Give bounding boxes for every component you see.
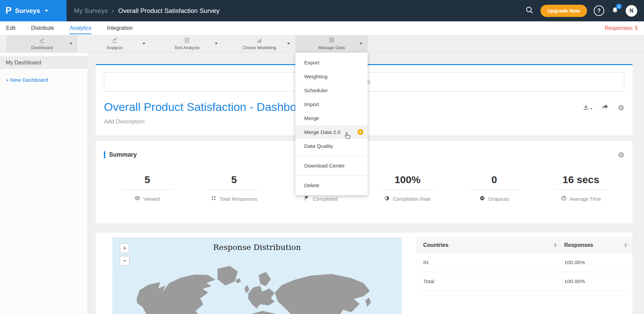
download-icon <box>582 103 590 112</box>
responses-count: Responses: 5 <box>605 25 638 31</box>
survey-nav-row: Edit Distribute Analytics Integration Re… <box>0 21 644 35</box>
text-report-icon <box>183 37 191 44</box>
tab-distribute[interactable]: Distribute <box>31 22 54 34</box>
table-row: IN 100.00% <box>416 253 632 272</box>
analytics-toolbar: Dashboard Analysis Text Analysis Choice … <box>0 35 644 53</box>
summary-accent-bar <box>104 151 105 158</box>
upgrade-now-button[interactable]: Upgrade Now <box>540 5 587 17</box>
divider <box>467 190 521 190</box>
tab-integration[interactable]: Integration <box>107 22 133 34</box>
brand-label: Surveys <box>15 7 40 15</box>
toolbar-choice-modelling[interactable]: Choice Modelling <box>223 35 295 52</box>
toolbar-label: Dashboard <box>31 45 53 50</box>
divider <box>295 156 368 156</box>
divider <box>381 190 434 190</box>
menu-item-delete[interactable]: Delete <box>295 178 368 192</box>
menu-item-export[interactable]: Export <box>295 56 368 70</box>
table-header-row: Countries Responses <box>416 237 632 253</box>
stat-completion-rate: 100% Completion Rate <box>364 174 451 202</box>
tab-analytics[interactable]: Analytics <box>70 22 91 34</box>
summary-title: Summary <box>109 151 137 158</box>
responses-cell: 100.00% <box>564 259 627 266</box>
toolbar-label: Manage Data <box>318 45 345 50</box>
manage-data-menu: Export Weighting Scheduler Import Merge … <box>295 53 368 195</box>
bar-chart-icon <box>256 37 263 44</box>
chevron-down-icon <box>590 108 592 110</box>
menu-item-weighting[interactable]: Weighting <box>295 70 368 83</box>
stat-viewed: 5 Viewed <box>104 174 191 202</box>
tab-edit[interactable]: Edit <box>6 22 16 34</box>
stat-value: 16 secs <box>538 174 625 187</box>
chevron-down-icon <box>70 43 72 44</box>
menu-item-data-quality[interactable]: Data Quality <box>295 139 368 153</box>
stat-average-time: 16 secs Average Time <box>538 174 625 202</box>
analysis-chart-icon <box>111 37 118 44</box>
sort-icon[interactable] <box>624 243 627 247</box>
divider <box>554 190 608 190</box>
notification-count-badge: 2 <box>616 4 622 9</box>
breadcrumb-separator: › <box>112 7 114 15</box>
notifications-button[interactable]: 2 <box>611 6 619 15</box>
chevron-down-icon <box>45 10 48 12</box>
sidebar-item-my-dashboard[interactable]: My Dashboard <box>0 56 88 69</box>
sort-icon[interactable] <box>554 243 557 247</box>
menu-item-scheduler[interactable]: Scheduler <box>295 83 368 97</box>
stat-label: Total Responses <box>220 196 257 202</box>
product-switcher[interactable]: P Surveys <box>0 0 67 21</box>
divider <box>207 190 261 190</box>
stat-label: Completed <box>313 196 337 202</box>
dashboard-header-actions: ⚙ <box>582 103 624 112</box>
clock-icon <box>561 195 567 202</box>
chevron-down-icon <box>215 43 218 44</box>
column-header-countries[interactable]: Countries <box>423 242 448 248</box>
toolbar-label: Text Analysis <box>174 45 200 50</box>
menu-item-download-center[interactable]: Download Center <box>295 159 368 173</box>
eye-icon <box>134 195 140 202</box>
toolbar-analysis[interactable]: Analysis <box>78 35 151 52</box>
toolbar-label: Choice Modelling <box>242 45 276 50</box>
gear-icon[interactable]: ⚙ <box>618 151 624 158</box>
toolbar-manage-data[interactable]: Manage Data <box>295 35 368 52</box>
stat-value: 5 <box>191 174 278 187</box>
world-map-panel[interactable]: + − Response Distribution <box>112 237 402 314</box>
stat-total-responses: 5 Total Responses <box>191 174 278 202</box>
breadcrumb-current-survey: Overall Product Satisfaction Survey <box>118 7 220 15</box>
gear-icon[interactable]: ⚙ <box>618 104 624 111</box>
dashboards-sidebar: My Dashboard + New Dashboard <box>0 53 88 314</box>
countries-table: Countries Responses IN 100.00% Total <box>416 237 632 314</box>
download-button[interactable] <box>582 103 592 112</box>
premium-badge-icon <box>357 129 364 135</box>
stat-label: Completion Rate <box>393 196 431 202</box>
menu-item-merge-data-2[interactable]: Merge Data 2.0 <box>295 125 368 139</box>
minus-circle-icon <box>479 195 485 202</box>
top-bar: P Surveys My Surveys › Overall Product S… <box>0 0 644 21</box>
divider <box>295 175 368 176</box>
response-distribution-card: + − Response Distribution <box>96 233 632 314</box>
flag-icon <box>304 195 310 202</box>
new-dashboard-button[interactable]: + New Dashboard <box>0 77 88 83</box>
breadcrumb: My Surveys › Overall Product Satisfactio… <box>74 7 220 15</box>
divider <box>121 190 174 190</box>
chevron-down-icon <box>287 43 290 44</box>
questionpro-app: P Surveys My Surveys › Overall Product S… <box>0 0 644 314</box>
share-button[interactable] <box>601 103 609 112</box>
menu-item-merge[interactable]: Merge <box>295 111 368 125</box>
toolbar-text-analysis[interactable]: Text Analysis <box>151 35 223 52</box>
question-mark-icon: ? <box>597 8 601 14</box>
toolbar-label: Analysis <box>106 45 123 50</box>
zoom-out-button[interactable]: − <box>120 256 129 266</box>
stat-label: Dropouts <box>488 196 509 202</box>
map-title: Response Distribution <box>112 237 402 252</box>
stat-label: Viewed <box>143 196 160 202</box>
search-button[interactable] <box>526 6 534 15</box>
menu-item-import[interactable]: Import <box>295 97 368 111</box>
help-button[interactable]: ? <box>594 5 604 16</box>
chevron-down-icon <box>143 43 145 44</box>
avatar[interactable]: N <box>626 5 637 17</box>
column-header-responses[interactable]: Responses <box>564 242 593 248</box>
menu-item-label: Merge Data 2.0 <box>304 129 341 135</box>
world-map[interactable] <box>123 258 391 314</box>
breadcrumb-my-surveys[interactable]: My Surveys <box>74 7 108 15</box>
zoom-in-button[interactable]: + <box>120 243 129 253</box>
toolbar-dashboard[interactable]: Dashboard <box>6 35 78 52</box>
